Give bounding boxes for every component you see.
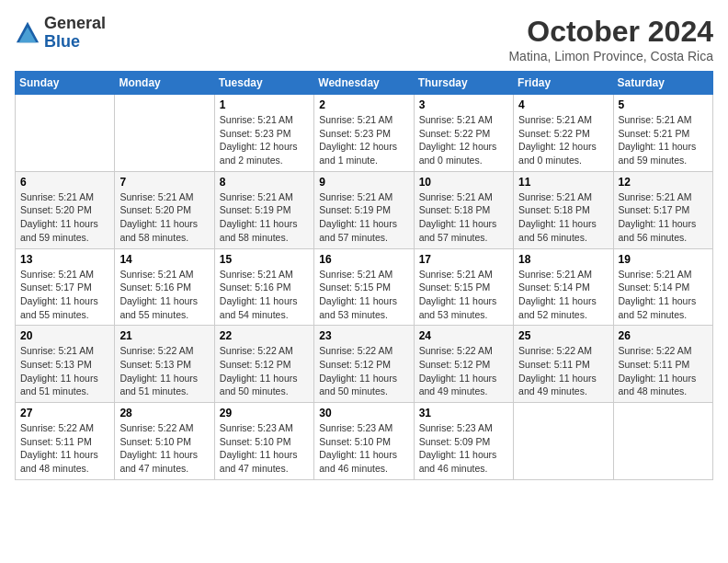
day-number: 12 [619, 176, 708, 189]
calendar-table: SundayMondayTuesdayWednesdayThursdayFrid… [15, 71, 713, 480]
calendar-cell: 14Sunrise: 5:21 AM Sunset: 5:16 PM Dayli… [115, 248, 214, 326]
calendar-cell [115, 95, 214, 172]
calendar-cell: 8Sunrise: 5:21 AM Sunset: 5:19 PM Daylig… [214, 171, 313, 248]
day-info: Sunrise: 5:21 AM Sunset: 5:19 PM Dayligh… [220, 190, 309, 245]
calendar-cell: 9Sunrise: 5:21 AM Sunset: 5:19 PM Daylig… [314, 171, 414, 248]
day-number: 10 [419, 176, 508, 189]
calendar-cell: 12Sunrise: 5:21 AM Sunset: 5:17 PM Dayli… [613, 171, 712, 248]
day-info: Sunrise: 5:21 AM Sunset: 5:14 PM Dayligh… [518, 268, 608, 322]
calendar-cell: 7Sunrise: 5:21 AM Sunset: 5:20 PM Daylig… [115, 171, 214, 248]
day-number: 3 [419, 98, 508, 111]
day-info: Sunrise: 5:23 AM Sunset: 5:10 PM Dayligh… [220, 421, 309, 476]
calendar-cell: 6Sunrise: 5:21 AM Sunset: 5:20 PM Daylig… [16, 171, 115, 248]
calendar-week-row: 13Sunrise: 5:21 AM Sunset: 5:17 PM Dayli… [16, 248, 713, 326]
calendar-cell: 18Sunrise: 5:21 AM Sunset: 5:14 PM Dayli… [514, 248, 613, 326]
calendar-cell [613, 403, 712, 480]
day-info: Sunrise: 5:22 AM Sunset: 5:12 PM Dayligh… [419, 344, 508, 398]
day-number: 25 [518, 329, 608, 342]
day-info: Sunrise: 5:21 AM Sunset: 5:17 PM Dayligh… [619, 190, 708, 245]
calendar-cell [16, 95, 115, 172]
title-block: October 2024 Matina, Limon Province, Cos… [508, 15, 713, 63]
day-number: 30 [319, 407, 408, 419]
calendar-cell: 4Sunrise: 5:21 AM Sunset: 5:22 PM Daylig… [514, 95, 613, 172]
calendar-cell: 21Sunrise: 5:22 AM Sunset: 5:13 PM Dayli… [115, 326, 214, 403]
day-info: Sunrise: 5:21 AM Sunset: 5:15 PM Dayligh… [419, 268, 508, 322]
day-number: 17 [419, 253, 508, 266]
day-info: Sunrise: 5:21 AM Sunset: 5:22 PM Dayligh… [419, 113, 508, 167]
calendar-week-row: 27Sunrise: 5:22 AM Sunset: 5:11 PM Dayli… [16, 403, 713, 480]
day-number: 28 [119, 407, 209, 419]
day-info: Sunrise: 5:22 AM Sunset: 5:11 PM Dayligh… [619, 344, 708, 398]
calendar-cell: 17Sunrise: 5:21 AM Sunset: 5:15 PM Dayli… [414, 248, 513, 326]
day-info: Sunrise: 5:22 AM Sunset: 5:12 PM Dayligh… [319, 344, 408, 398]
day-number: 22 [220, 329, 309, 342]
logo-icon [15, 20, 40, 46]
day-number: 24 [419, 329, 508, 342]
calendar-cell: 28Sunrise: 5:22 AM Sunset: 5:10 PM Dayli… [115, 403, 214, 480]
day-info: Sunrise: 5:21 AM Sunset: 5:20 PM Dayligh… [20, 190, 109, 245]
day-info: Sunrise: 5:21 AM Sunset: 5:22 PM Dayligh… [518, 113, 608, 167]
day-number: 19 [619, 253, 708, 266]
calendar-cell: 3Sunrise: 5:21 AM Sunset: 5:22 PM Daylig… [414, 95, 513, 172]
calendar-cell: 10Sunrise: 5:21 AM Sunset: 5:18 PM Dayli… [414, 171, 513, 248]
calendar-cell: 13Sunrise: 5:21 AM Sunset: 5:17 PM Dayli… [16, 248, 115, 326]
day-info: Sunrise: 5:21 AM Sunset: 5:16 PM Dayligh… [119, 268, 209, 322]
weekday-header: Sunday [16, 72, 115, 95]
page-header: General Blue October 2024 Matina, Limon … [15, 15, 713, 63]
day-info: Sunrise: 5:21 AM Sunset: 5:17 PM Dayligh… [20, 268, 109, 322]
day-info: Sunrise: 5:23 AM Sunset: 5:09 PM Dayligh… [419, 421, 508, 476]
calendar-cell [514, 403, 613, 480]
day-info: Sunrise: 5:23 AM Sunset: 5:10 PM Dayligh… [319, 421, 408, 476]
calendar-cell: 29Sunrise: 5:23 AM Sunset: 5:10 PM Dayli… [214, 403, 313, 480]
day-number: 20 [20, 329, 109, 342]
day-info: Sunrise: 5:21 AM Sunset: 5:15 PM Dayligh… [319, 268, 408, 322]
day-info: Sunrise: 5:21 AM Sunset: 5:18 PM Dayligh… [518, 190, 608, 245]
calendar-week-row: 6Sunrise: 5:21 AM Sunset: 5:20 PM Daylig… [16, 171, 713, 248]
calendar-cell: 2Sunrise: 5:21 AM Sunset: 5:23 PM Daylig… [314, 95, 414, 172]
day-info: Sunrise: 5:22 AM Sunset: 5:10 PM Dayligh… [119, 421, 209, 476]
calendar-cell: 16Sunrise: 5:21 AM Sunset: 5:15 PM Dayli… [314, 248, 414, 326]
day-info: Sunrise: 5:21 AM Sunset: 5:23 PM Dayligh… [319, 113, 408, 167]
day-number: 26 [619, 329, 708, 342]
calendar-cell: 11Sunrise: 5:21 AM Sunset: 5:18 PM Dayli… [514, 171, 613, 248]
calendar-cell: 23Sunrise: 5:22 AM Sunset: 5:12 PM Dayli… [314, 326, 414, 403]
calendar-cell: 31Sunrise: 5:23 AM Sunset: 5:09 PM Dayli… [414, 403, 513, 480]
day-number: 14 [119, 253, 209, 266]
weekday-header-row: SundayMondayTuesdayWednesdayThursdayFrid… [16, 72, 713, 95]
calendar-cell: 15Sunrise: 5:21 AM Sunset: 5:16 PM Dayli… [214, 248, 313, 326]
day-info: Sunrise: 5:21 AM Sunset: 5:21 PM Dayligh… [619, 113, 708, 167]
day-number: 5 [619, 98, 708, 111]
weekday-header: Tuesday [214, 72, 313, 95]
day-number: 13 [20, 253, 109, 266]
day-number: 8 [220, 176, 309, 189]
calendar-cell: 5Sunrise: 5:21 AM Sunset: 5:21 PM Daylig… [613, 95, 712, 172]
day-info: Sunrise: 5:21 AM Sunset: 5:16 PM Dayligh… [220, 268, 309, 322]
day-number: 23 [319, 329, 408, 342]
calendar-cell: 26Sunrise: 5:22 AM Sunset: 5:11 PM Dayli… [613, 326, 712, 403]
day-number: 4 [518, 98, 608, 111]
weekday-header: Monday [115, 72, 214, 95]
day-number: 18 [518, 253, 608, 266]
day-number: 16 [319, 253, 408, 266]
calendar-week-row: 1Sunrise: 5:21 AM Sunset: 5:23 PM Daylig… [16, 95, 713, 172]
day-number: 15 [220, 253, 309, 266]
calendar-cell: 19Sunrise: 5:21 AM Sunset: 5:14 PM Dayli… [613, 248, 712, 326]
day-number: 29 [220, 407, 309, 419]
weekday-header: Friday [514, 72, 613, 95]
calendar-cell: 30Sunrise: 5:23 AM Sunset: 5:10 PM Dayli… [314, 403, 414, 480]
day-info: Sunrise: 5:21 AM Sunset: 5:13 PM Dayligh… [20, 344, 109, 398]
calendar-cell: 1Sunrise: 5:21 AM Sunset: 5:23 PM Daylig… [214, 95, 313, 172]
day-info: Sunrise: 5:21 AM Sunset: 5:18 PM Dayligh… [419, 190, 508, 245]
calendar-cell: 25Sunrise: 5:22 AM Sunset: 5:11 PM Dayli… [514, 326, 613, 403]
calendar-cell: 27Sunrise: 5:22 AM Sunset: 5:11 PM Dayli… [16, 403, 115, 480]
day-info: Sunrise: 5:21 AM Sunset: 5:20 PM Dayligh… [119, 190, 209, 245]
calendar-cell: 24Sunrise: 5:22 AM Sunset: 5:12 PM Dayli… [414, 326, 513, 403]
day-number: 31 [419, 407, 508, 419]
day-number: 27 [20, 407, 109, 419]
weekday-header: Saturday [613, 72, 712, 95]
day-info: Sunrise: 5:22 AM Sunset: 5:12 PM Dayligh… [220, 344, 309, 398]
weekday-header: Thursday [414, 72, 513, 95]
day-info: Sunrise: 5:21 AM Sunset: 5:19 PM Dayligh… [319, 190, 408, 245]
day-number: 21 [119, 329, 209, 342]
weekday-header: Wednesday [314, 72, 414, 95]
